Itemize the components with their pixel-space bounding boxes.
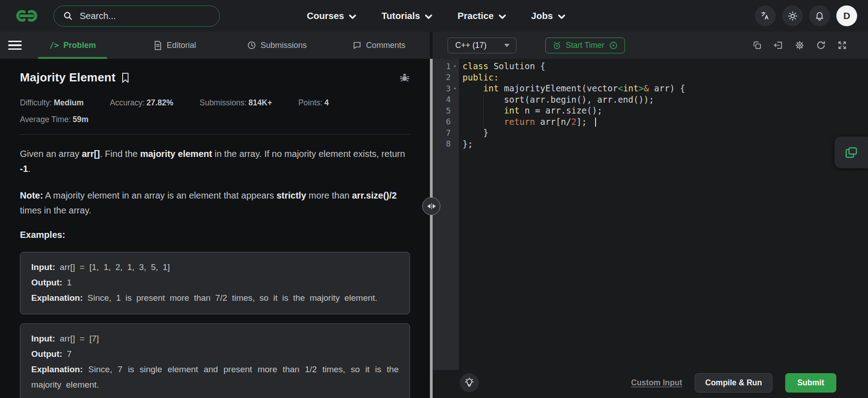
chevron-down-icon [504, 44, 510, 47]
search-icon [63, 11, 73, 21]
tab-problem[interactable]: />Problem [22, 32, 124, 59]
line-number: 4 [433, 95, 459, 104]
problem-panel: />ProblemEditorialSubmissionsComments Ma… [0, 32, 430, 398]
translate-button[interactable] [755, 5, 776, 26]
chevron-down-icon [349, 14, 356, 19]
reset-code-icon[interactable] [816, 40, 826, 50]
doubt-assistant-widget[interactable] [835, 137, 868, 168]
code-editor-panel: C++ (17) Start Timer [433, 32, 868, 398]
caret-left-icon [427, 204, 430, 208]
chat-windows-icon [844, 146, 858, 159]
bell-icon [815, 11, 825, 21]
line-number: 2 [433, 72, 459, 82]
insert-code-icon[interactable] [773, 40, 783, 50]
submit-button[interactable]: Submit [785, 373, 836, 393]
divider-line [20, 134, 410, 135]
splitter-drag-handle[interactable] [422, 197, 440, 215]
line-number: 3▾ [433, 84, 459, 93]
hint-button[interactable] [460, 373, 479, 392]
tab-submissions[interactable]: Submissions [226, 32, 328, 59]
language-value: C++ (17) [455, 41, 486, 50]
clock-icon [247, 41, 256, 50]
example-output: Output: 7 [31, 346, 399, 362]
examples-heading: Examples: [20, 230, 410, 240]
code-line-1[interactable]: 1▾ class Solution { [433, 61, 868, 72]
code-line-7[interactable]: 7 } [433, 127, 868, 138]
start-timer-button[interactable]: Start Timer [545, 38, 625, 53]
problem-title: Majority Element [20, 71, 115, 85]
language-select[interactable]: C++ (17) [448, 38, 516, 53]
theme-toggle-button[interactable] [782, 5, 803, 26]
examples-list: Input: arr[] = [1, 1, 2, 1, 3, 5, 1] Out… [20, 252, 410, 398]
bookmark-icon[interactable] [121, 72, 130, 83]
report-bug-icon[interactable] [399, 72, 410, 83]
text-cursor [595, 118, 596, 127]
code-line-5[interactable]: 5 int n = arr.size(); [433, 105, 868, 116]
caret-right-icon [433, 204, 436, 208]
tab-comments[interactable]: Comments [328, 32, 430, 59]
copy-icon[interactable] [752, 40, 762, 50]
stat-submissions: Submissions:814K+ [200, 98, 272, 108]
nav-link-practice[interactable]: Practice [458, 10, 506, 21]
play-icon [609, 41, 618, 50]
stat-difficulty: Difficulty:Medium [20, 98, 84, 108]
start-timer-label: Start Timer [566, 41, 605, 50]
code-line-3[interactable]: 3▾ int majorityElement(vector<int>& arr)… [433, 83, 868, 94]
code-line-8[interactable]: 8 }; [433, 138, 868, 150]
line-number: 5 [433, 106, 459, 115]
nav-link-jobs[interactable]: Jobs [531, 10, 565, 21]
example-input: Input: arr[] = [1, 1, 2, 1, 3, 5, 1] [31, 260, 399, 275]
problem-paragraph: Note: A majority element in an array is … [20, 188, 410, 218]
settings-gear-icon[interactable] [795, 40, 805, 50]
code-line-2[interactable]: 2 public: [433, 72, 868, 83]
fullscreen-icon[interactable] [837, 40, 847, 50]
lightbulb-icon [464, 377, 475, 388]
nav-link-courses[interactable]: Courses [307, 10, 356, 21]
gfg-logo[interactable] [12, 5, 42, 26]
navbar-actions: D [755, 5, 857, 26]
example-output: Output: 1 [31, 275, 399, 290]
code-line-4[interactable]: 4 sort(arr.begin(), arr.end()); [433, 94, 868, 105]
alarm-clock-icon [553, 41, 561, 50]
stat-points: Points:4 [298, 98, 329, 108]
comment-icon [353, 41, 362, 50]
user-avatar[interactable]: D [836, 5, 857, 26]
line-number: 8 [433, 139, 459, 148]
main-nav: CoursesTutorialsPracticeJobs [307, 10, 565, 21]
code-editor[interactable]: 1▾ class Solution { 2 public: 3▾ int maj… [433, 59, 868, 370]
problem-tabbar: />ProblemEditorialSubmissionsComments [0, 32, 430, 59]
example-box-2: Input: arr[] = [7] Output: 7 Explanation… [20, 323, 410, 398]
chevron-down-icon [425, 14, 432, 19]
translate-icon [760, 11, 770, 21]
tab-editorial[interactable]: Editorial [124, 32, 226, 59]
search-input[interactable]: Search... [53, 5, 220, 27]
menu-icon[interactable] [8, 41, 22, 50]
example-box-1: Input: arr[] = [1, 1, 2, 1, 3, 5, 1] Out… [20, 252, 410, 314]
code-icon: /> [49, 41, 58, 50]
average-time: Average Time:59m [20, 115, 410, 124]
notifications-button[interactable] [809, 5, 830, 26]
custom-input-link[interactable]: Custom Input [631, 378, 682, 388]
chevron-down-icon [558, 14, 565, 19]
fold-arrow-icon: ▾ [451, 85, 459, 91]
problem-stats: Difficulty:MediumAccuracy:27.82%Submissi… [20, 98, 410, 108]
line-number: 7 [433, 128, 459, 137]
editor-footer: Custom Input Compile & Run Submit [433, 370, 868, 398]
compile-run-button[interactable]: Compile & Run [695, 373, 772, 393]
sun-icon [787, 11, 798, 21]
top-navbar: Search... CoursesTutorialsPracticeJobs [0, 0, 868, 32]
code-line-6[interactable]: 6 return arr[n/2]; [433, 116, 868, 128]
editor-toolbar: C++ (17) Start Timer [433, 32, 868, 59]
editor-actions [752, 40, 847, 50]
problem-paragraph: Given an array arr[]. Find the majority … [20, 147, 410, 176]
search-placeholder: Search... [80, 11, 116, 21]
nav-link-tutorials[interactable]: Tutorials [382, 10, 432, 21]
example-input: Input: arr[] = [7] [31, 331, 399, 346]
problem-content: Majority Element Difficulty:MediumAccura… [0, 59, 430, 398]
fold-arrow-icon: ▾ [451, 63, 459, 69]
example-explanation: Explanation: Since, 7 is single element … [31, 362, 399, 393]
problem-description: Given an array arr[]. Find the majority … [20, 147, 410, 218]
chevron-down-icon [499, 14, 506, 19]
avatar-letter: D [843, 10, 850, 21]
example-explanation: Explanation: Since, 1 is present more th… [31, 290, 399, 306]
